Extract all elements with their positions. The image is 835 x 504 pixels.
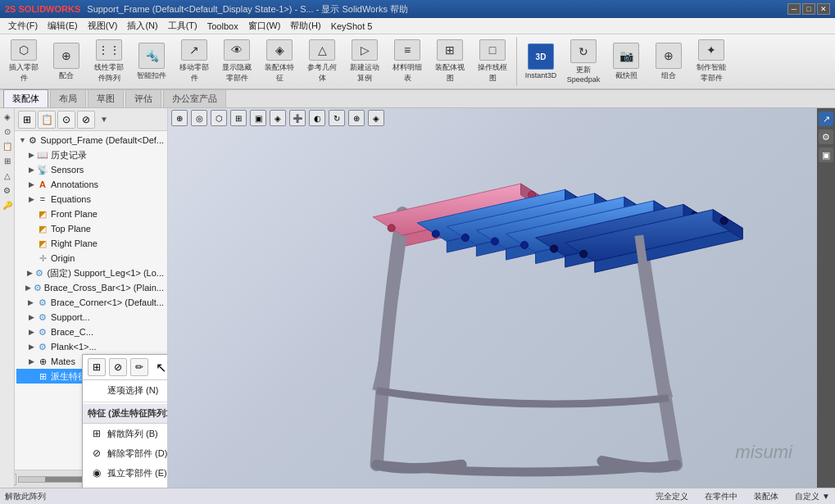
cm-mini-btn-2[interactable]: ⊘ (109, 358, 127, 376)
vp-btn-9[interactable]: ↻ (329, 110, 345, 126)
tree-item-equations[interactable]: ▶ = Equations (16, 192, 166, 207)
cm-mini-btn-3[interactable]: ✏ (130, 358, 148, 376)
menu-insert[interactable]: 插入(N) (122, 18, 162, 34)
tree-item-support-leg[interactable]: ▶ ⚙ (固定) Support_Leg<1> (Lo... (16, 266, 166, 280)
toolbar-btn-snapshot[interactable]: 📷 截快照 (606, 37, 647, 86)
vp-btn-6[interactable]: ◈ (270, 110, 286, 126)
left-icon-strip: ◈ ⊙ 📋 ⊞ △ ⚙ 🔑 (0, 108, 15, 488)
toolbar-btn-ref-geometry[interactable]: △ 参考几何体 (302, 37, 343, 86)
tree-item-brace-cross[interactable]: ▶ ⚙ Brace_Cross_Bar<1> (Plain... (16, 280, 166, 295)
cm-mini-btn-1[interactable]: ⊞ (88, 358, 106, 376)
incremental-icon (89, 383, 104, 397)
tree-label-support: Support... (51, 312, 90, 322)
toolbar-btn-mate[interactable]: ⊕ 配合 (46, 37, 87, 86)
toolbar-label-move-part: 移动零部件 (176, 62, 212, 84)
plank-expand: ▶ (26, 342, 36, 352)
tab-evaluate[interactable]: 评估 (125, 89, 161, 107)
maximize-button[interactable]: □ (802, 3, 815, 15)
toolbar-label-linear-array: 线性零部件阵列 (91, 62, 127, 84)
vp-btn-1[interactable]: ⊕ (171, 110, 188, 126)
menu-toolbox[interactable]: Toolbox (202, 20, 243, 33)
toolbar-btn-combine[interactable]: ⊕ 组合 (648, 37, 689, 86)
menu-window[interactable]: 窗口(W) (243, 18, 286, 34)
lp-btn-circle[interactable]: ⊙ (57, 111, 75, 129)
derived-expand (26, 371, 36, 381)
left-icon-7[interactable]: 🔑 (1, 198, 14, 211)
vp-btn-4[interactable]: ⊞ (230, 110, 247, 126)
window-title: Support_Frame (Default<Default_Display S… (87, 3, 787, 16)
menu-view[interactable]: 视图(V) (83, 18, 123, 34)
filter-indicator: ▼ (100, 115, 108, 124)
cm-item-parent-child[interactable]: 父子关系... (I) (83, 483, 168, 488)
vp-btn-3[interactable]: ⬡ (211, 110, 227, 126)
tree-item-plank[interactable]: ▶ ⚙ Plank<1>... (16, 339, 166, 354)
vp-btn-2[interactable]: ◎ (191, 110, 207, 126)
toolbar-btn-update-speedpak[interactable]: ↻ 更新Speedpak (563, 37, 604, 86)
viewport-3d[interactable]: ⊕ ◎ ⬡ ⊞ ▣ ◈ ➕ ◐ ↻ ⊕ ◈ (168, 108, 817, 488)
left-icon-6[interactable]: ⚙ (1, 184, 14, 197)
tree-item-support[interactable]: ▶ ⚙ Support... (16, 310, 166, 325)
root-expand-icon: ▼ (18, 135, 27, 145)
toolbar-btn-smart-fastener[interactable]: 🔩 智能扣件 (131, 37, 172, 86)
tree-item-brace-corner[interactable]: ▶ ⚙ Brace_Corner<1> (Default... (16, 295, 166, 310)
cm-label-incremental: 逐项选择 (N) (107, 384, 158, 397)
status-item-custom[interactable]: 自定义 ▼ (795, 491, 830, 502)
left-icon-4[interactable]: ⊞ (1, 154, 14, 167)
origin-expand (26, 253, 36, 263)
toolbar-btn-move-part[interactable]: ↗ 移动零部件 (174, 37, 215, 86)
rp-settings-button[interactable]: ⚙ (819, 129, 833, 144)
left-icon-3[interactable]: 📋 (1, 139, 14, 152)
toolbar-btn-bom[interactable]: ≡ 材料明细表 (387, 37, 428, 86)
rp-share-button[interactable]: ↗ (819, 111, 833, 126)
tab-office[interactable]: 办公室产品 (163, 89, 226, 107)
lp-btn-grid[interactable]: ⊞ (18, 111, 36, 129)
tab-assembly[interactable]: 装配体 (3, 89, 48, 107)
toolbar-btn-linear-array[interactable]: ⋮⋮ 线性零部件阵列 (88, 37, 129, 86)
close-button[interactable]: ✕ (817, 3, 830, 15)
cm-item-dissolve-array[interactable]: ⊞ 解散阵列 (B) (83, 424, 168, 443)
vp-btn-8[interactable]: ◐ (309, 110, 325, 126)
toolbar-btn-wireframe[interactable]: □ 操作线框图 (472, 37, 513, 86)
rp-monitor-button[interactable]: ▣ (819, 148, 833, 162)
left-icon-2[interactable]: ⊙ (1, 125, 14, 138)
tree-item-history[interactable]: ▶ 📖 历史记录 (16, 148, 166, 162)
tree-root[interactable]: ▼ ⚙ Support_Frame (Default<Def... (16, 133, 166, 148)
vp-btn-7[interactable]: ➕ (289, 110, 306, 126)
vp-btn-10[interactable]: ⊕ (348, 110, 365, 126)
tree-item-top-plane[interactable]: ◩ Top Plane (16, 221, 166, 236)
menu-edit[interactable]: 编辑(E) (43, 18, 83, 34)
menu-file[interactable]: 文件(F) (3, 18, 43, 34)
menu-help[interactable]: 帮助(H) (285, 18, 325, 34)
toolbar-btn-assembly-view[interactable]: ⊞ 装配体视图 (429, 37, 470, 86)
left-icon-1[interactable]: ◈ (1, 110, 14, 123)
tree-item-annotations[interactable]: ▶ A Annotations (16, 177, 166, 192)
tree-label-mates: Mates (51, 356, 75, 366)
vp-btn-11[interactable]: ◈ (368, 110, 384, 126)
svg-point-23 (521, 242, 529, 249)
minimize-button[interactable]: ─ (787, 3, 801, 15)
lp-btn-x[interactable]: ⊘ (77, 111, 95, 129)
toolbar-btn-new-motion[interactable]: ▷ 新建运动算例 (344, 37, 385, 86)
cm-item-isolate[interactable]: ◉ 孤立零部件 (E) (83, 463, 168, 483)
mates-expand: ▶ (26, 356, 36, 366)
toolbar-btn-make-smart[interactable]: ✦ 制作智能零部件 (691, 37, 732, 86)
toolbar-btn-instant3d[interactable]: 3D Instant3D (520, 37, 561, 86)
vp-btn-5[interactable]: ▣ (250, 110, 266, 126)
cm-item-remove-parts[interactable]: ⊘ 解除零部件 (D) (83, 443, 168, 463)
tree-item-sensors[interactable]: ▶ 📡 Sensors (16, 162, 166, 177)
toolbar-btn-show-hide[interactable]: 👁 显示隐藏零部件 (216, 37, 257, 86)
cm-item-incremental[interactable]: 逐项选择 (N) (83, 380, 168, 400)
tab-layout[interactable]: 布局 (50, 89, 86, 107)
tab-sketch[interactable]: 草图 (88, 89, 124, 107)
left-icon-5[interactable]: △ (1, 169, 14, 182)
menu-keyshot[interactable]: KeyShot 5 (326, 20, 378, 33)
tree-item-origin[interactable]: ✛ Origin (16, 251, 166, 266)
tree-item-brace-c[interactable]: ▶ ⚙ Brace_C... (16, 325, 166, 339)
tree-item-right-plane[interactable]: ◩ Right Plane (16, 236, 166, 251)
status-item-bottom-label: 解散此阵列 (5, 491, 46, 502)
tree-item-front-plane[interactable]: ◩ Front Plane (16, 207, 166, 221)
toolbar-btn-assembly-feature[interactable]: ◈ 装配体特征 (259, 37, 300, 86)
menu-tools[interactable]: 工具(T) (163, 18, 202, 34)
lp-btn-copy[interactable]: 📋 (38, 111, 56, 129)
toolbar-btn-insert-part[interactable]: ⬡ 插入零部件 (3, 37, 44, 86)
